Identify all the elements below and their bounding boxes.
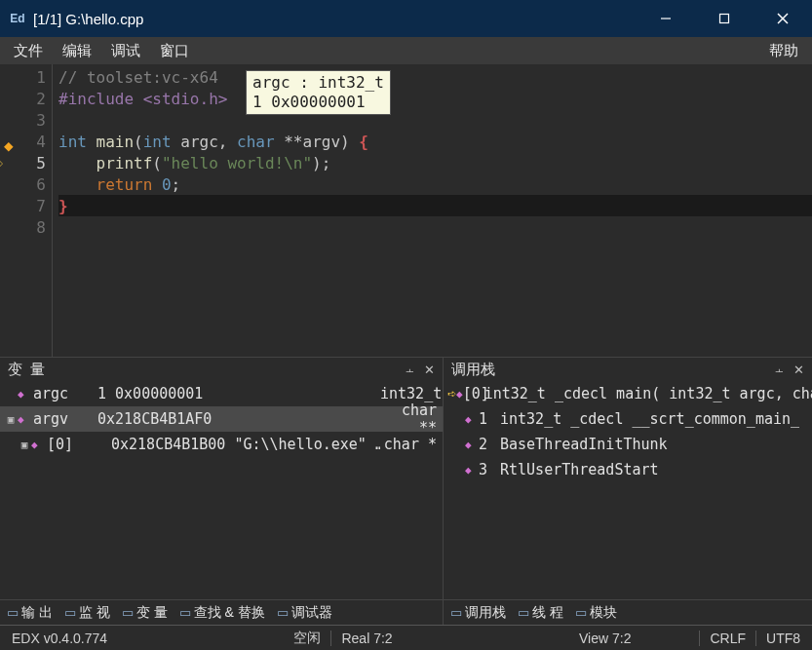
- token-punct: ,: [218, 133, 237, 151]
- tab-icon: ▭: [179, 605, 191, 620]
- variable-type: int32_t: [380, 385, 443, 402]
- tab-label: 调试器: [291, 604, 332, 622]
- code-line[interactable]: [58, 216, 812, 238]
- close-panel-icon[interactable]: ✕: [419, 363, 439, 377]
- pin-icon[interactable]: ⫠: [769, 363, 789, 377]
- tab-icon: ▭: [277, 605, 289, 620]
- gutter-row[interactable]: ➪5: [0, 152, 52, 173]
- hover-tooltip: argc : int32_t 1 0x00000001: [246, 70, 391, 115]
- gutter-row[interactable]: 6: [0, 173, 52, 195]
- tab-label: 监 视: [79, 604, 110, 622]
- line-number: 3: [36, 111, 46, 130]
- tab-label: 调用栈: [465, 604, 506, 622]
- gutter-row[interactable]: 1: [0, 66, 52, 88]
- variable-row[interactable]: ▣◆argv0x218CB4B1AF0char **: [0, 406, 443, 432]
- tab-label: 线 程: [532, 604, 563, 622]
- gutter-row[interactable]: 8: [0, 216, 52, 238]
- close-button[interactable]: [754, 0, 812, 37]
- menu-file[interactable]: 文件: [4, 40, 53, 62]
- token-punct: ;: [172, 175, 181, 194]
- code-line[interactable]: printf("hello world!\n");: [58, 152, 812, 173]
- token-type: char: [237, 133, 275, 151]
- token-paren: ): [312, 154, 322, 172]
- stack-frame-row[interactable]: ◆2BaseThreadInitThunk: [444, 432, 812, 457]
- titlebar: Ed [1/1] G:\hello.cpp: [0, 0, 812, 37]
- gutter-row[interactable]: 3: [0, 109, 52, 131]
- status-version: EDX v0.4.0.774: [6, 631, 113, 646]
- code-line[interactable]: return 0;: [58, 173, 812, 195]
- minimize-button[interactable]: [637, 0, 695, 37]
- window-title: [1/1] G:\hello.cpp: [33, 11, 637, 27]
- menu-help[interactable]: 帮助: [759, 40, 808, 62]
- variable-row[interactable]: ▣◆[0]0x218CB4B1B00 "G:\\hello.exe" …char…: [0, 432, 443, 457]
- line-number: 6: [36, 175, 46, 194]
- variable-name: argv: [31, 410, 97, 428]
- code-line[interactable]: // toolset:vc-x64: [58, 66, 812, 88]
- panel-tab[interactable]: ▭查找 & 替换: [176, 604, 268, 622]
- token-paren: (: [152, 154, 162, 172]
- menubar: 文件 编辑 调试 窗口 帮助: [0, 37, 812, 64]
- panel-tab[interactable]: ▭变 量: [119, 604, 171, 622]
- tab-icon: ▭: [7, 605, 19, 620]
- line-number: 7: [36, 197, 46, 215]
- token-punct: [58, 175, 97, 194]
- right-panel-tabs: ▭调用栈▭线 程▭模块: [444, 599, 812, 625]
- callstack-title: 调用栈: [451, 361, 769, 379]
- token-punct: [58, 154, 97, 172]
- diamond-icon: ◆: [456, 388, 463, 401]
- variable-type: char **: [380, 401, 443, 437]
- variables-panel: 变 量 ⫠ ✕ ◆argc1 0x00000001int32_t▣◆argv0x…: [0, 358, 444, 625]
- code-line[interactable]: #include <stdio.h>: [58, 88, 812, 109]
- code-line[interactable]: }: [58, 195, 812, 216]
- breakpoint-icon[interactable]: ◆: [4, 136, 14, 146]
- callstack-body[interactable]: ➪◆[0]int32_t _cdecl main( int32_t argc, …: [444, 381, 812, 599]
- stack-frame-row[interactable]: ➪◆[0]int32_t _cdecl main( int32_t argc, …: [444, 381, 812, 406]
- variables-body[interactable]: ◆argc1 0x00000001int32_t▣◆argv0x218CB4B1…: [0, 381, 443, 599]
- token-ident: argc: [180, 133, 218, 151]
- variable-value: 0x218CB4B1AF0: [97, 410, 380, 428]
- line-number: 5: [36, 154, 46, 172]
- current-frame-icon: ➪: [447, 385, 456, 402]
- stack-frame-row[interactable]: ◆3RtlUserThreadStart: [444, 457, 812, 482]
- frame-name: int32_t _cdecl __scrt_common_main_: [500, 410, 799, 428]
- code-line[interactable]: int main(int argc, char **argv) {: [58, 131, 812, 152]
- menu-debug[interactable]: 调试: [101, 40, 150, 62]
- expand-icon[interactable]: ▣: [4, 413, 18, 426]
- maximize-button[interactable]: [695, 0, 754, 37]
- panel-tab[interactable]: ▭模块: [572, 604, 620, 622]
- panel-tab[interactable]: ▭线 程: [515, 604, 566, 622]
- token-paren: (: [134, 133, 143, 151]
- token-ident: argv: [303, 133, 341, 151]
- status-encoding: UTF8: [760, 631, 806, 646]
- editor-area[interactable]: 123◆4➪5678 argc : int32_t 1 0x00000001 /…: [0, 64, 812, 357]
- panel-tab[interactable]: ▭输 出: [4, 604, 56, 622]
- app-icon: Ed: [8, 9, 27, 28]
- code-line[interactable]: [58, 109, 812, 131]
- pin-icon[interactable]: ⫠: [400, 363, 419, 377]
- menu-window[interactable]: 窗口: [150, 40, 199, 62]
- frame-index: 1: [479, 410, 500, 428]
- panel-tab[interactable]: ▭监 视: [61, 604, 113, 622]
- line-number: 2: [36, 90, 46, 108]
- gutter-row[interactable]: 2: [0, 88, 52, 109]
- token-punct: [172, 133, 181, 151]
- gutter-row[interactable]: 7: [0, 195, 52, 216]
- variable-row[interactable]: ◆argc1 0x00000001int32_t: [0, 381, 443, 406]
- menu-edit[interactable]: 编辑: [53, 40, 101, 62]
- tooltip-line1: argc : int32_t: [252, 73, 384, 93]
- panel-tab[interactable]: ▭调用栈: [447, 604, 509, 622]
- token-punct: [87, 133, 97, 151]
- gutter[interactable]: 123◆4➪5678: [0, 64, 53, 357]
- token-punct: [350, 133, 360, 151]
- panel-tab[interactable]: ▭调试器: [274, 604, 335, 622]
- tooltip-line2: 1 0x00000001: [252, 93, 384, 112]
- gutter-row[interactable]: ◆4: [0, 131, 52, 152]
- diamond-icon: ◆: [18, 388, 31, 401]
- tab-label: 输 出: [21, 604, 53, 622]
- status-idle: 空闲: [288, 630, 327, 647]
- svg-rect-1: [720, 15, 729, 23]
- stack-frame-row[interactable]: ◆1int32_t _cdecl __scrt_common_main_: [444, 406, 812, 432]
- close-panel-icon[interactable]: ✕: [789, 363, 808, 377]
- expand-icon[interactable]: ▣: [18, 439, 31, 451]
- code-lines[interactable]: argc : int32_t 1 0x00000001 // toolset:v…: [53, 64, 812, 357]
